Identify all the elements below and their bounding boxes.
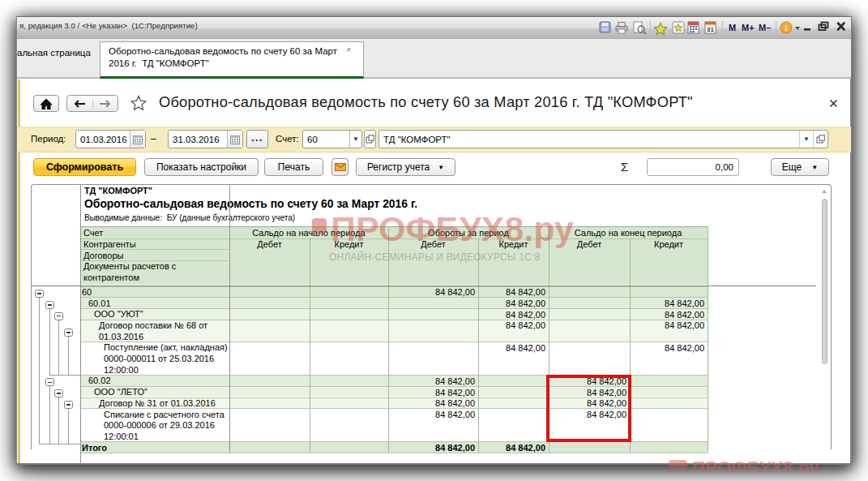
svg-text:M+: M+	[742, 23, 755, 32]
svg-text:31: 31	[707, 26, 714, 33]
svg-text:M–: M–	[759, 23, 771, 32]
svg-text:i: i	[785, 24, 788, 32]
svg-text:M: M	[729, 23, 736, 32]
